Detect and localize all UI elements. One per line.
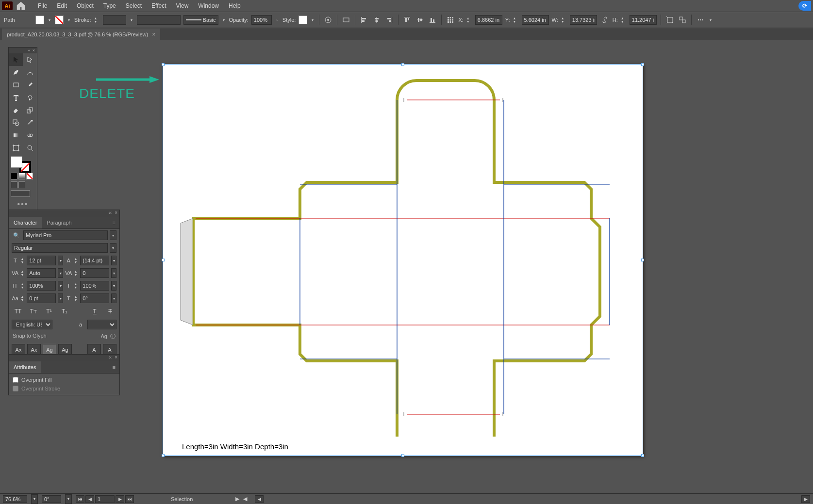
stroke-dropdown[interactable]: ▾ (66, 16, 71, 24)
zoom-tool[interactable] (23, 142, 37, 154)
w-input[interactable] (570, 15, 597, 25)
draw-behind-icon[interactable] (18, 181, 25, 188)
stroke-profile-dropdown[interactable]: ▾ (221, 16, 226, 24)
panel-menu-icon[interactable]: ≡ (109, 361, 119, 373)
paintbrush-tool[interactable] (23, 79, 37, 91)
align-hcenter-icon[interactable] (372, 15, 382, 25)
x-input[interactable] (475, 15, 502, 25)
type-tool[interactable] (9, 91, 23, 104)
artboard-tool[interactable] (9, 142, 23, 154)
blend-tool[interactable] (23, 129, 37, 142)
more-dropdown[interactable]: ▾ (708, 16, 713, 24)
brush-definition[interactable] (137, 15, 181, 25)
tab-paragraph[interactable]: Paragraph (42, 217, 76, 228)
curvature-tool[interactable] (23, 66, 37, 79)
hscroll-right-button[interactable]: ▶ (801, 495, 810, 503)
rotate-tool[interactable] (23, 91, 37, 104)
menu-effect[interactable]: Effect (147, 0, 171, 11)
cloud-sync-icon[interactable]: ⟳ (798, 1, 811, 11)
recolor-icon[interactable] (323, 15, 333, 25)
align-to-icon[interactable] (341, 15, 351, 25)
rotate-view-dropdown[interactable]: ▾ (65, 494, 72, 504)
close-icon[interactable]: × (115, 355, 117, 361)
status-nav-icon[interactable]: ▶ (235, 496, 239, 502)
zoom-dropdown[interactable]: ▾ (31, 494, 38, 504)
menu-window[interactable]: Window (193, 0, 224, 11)
edit-toolbar-icon[interactable]: ••• (9, 198, 37, 211)
leading-input[interactable] (80, 256, 109, 265)
stroke-weight-input[interactable] (103, 15, 126, 25)
x-spinner[interactable]: ▲▼ (466, 15, 472, 25)
align-right-icon[interactable] (384, 15, 394, 25)
screen-mode-icon[interactable] (11, 190, 30, 197)
stroke-weight-dropdown[interactable]: ▾ (129, 16, 134, 24)
more-icon[interactable] (696, 15, 705, 25)
prev-artboard-button[interactable]: ◀ (85, 495, 94, 503)
next-artboard-button[interactable]: ▶ (116, 495, 124, 503)
align-vcenter-icon[interactable] (415, 15, 425, 25)
style-dropdown[interactable]: ▾ (110, 243, 116, 253)
edit-contents-icon[interactable] (678, 15, 687, 25)
search-icon[interactable]: 🔍 (12, 231, 21, 240)
rotate-view-input[interactable] (42, 495, 61, 503)
language-select[interactable]: English: USA (12, 320, 52, 329)
draw-normal-icon[interactable] (11, 181, 17, 188)
y-spinner[interactable]: ▲▼ (513, 15, 519, 25)
close-icon[interactable]: × (152, 31, 155, 38)
direct-selection-tool[interactable] (23, 53, 37, 66)
fill-stroke-control[interactable] (9, 154, 37, 172)
link-wh-icon[interactable] (600, 15, 610, 25)
eyedropper-tool[interactable] (23, 116, 37, 129)
snap-info-icon[interactable]: ⓘ (110, 333, 116, 339)
shape-builder-tool[interactable] (9, 116, 23, 129)
h-spinner[interactable]: ▲▼ (621, 15, 627, 25)
hscale-input[interactable] (80, 281, 109, 291)
kerning-input[interactable] (27, 268, 56, 278)
h-input[interactable] (630, 15, 657, 25)
allcaps-button[interactable]: TT (13, 307, 23, 316)
vscale-input[interactable] (27, 281, 56, 291)
fill-dropdown[interactable]: ▾ (47, 16, 52, 24)
fill-swatch[interactable] (35, 16, 44, 24)
char-rotate-input[interactable] (80, 293, 109, 303)
subscript-button[interactable]: T₁ (59, 307, 70, 316)
underline-button[interactable]: T (89, 307, 100, 316)
w-spinner[interactable]: ▲▼ (561, 15, 567, 25)
menu-object[interactable]: Object (72, 0, 99, 11)
smallcaps-button[interactable]: Tᴛ (28, 307, 39, 316)
menu-edit[interactable]: Edit (52, 0, 72, 11)
style-dropdown[interactable]: ▾ (310, 16, 315, 24)
font-size-input[interactable] (27, 256, 56, 265)
superscript-button[interactable]: T¹ (44, 307, 54, 316)
menu-help[interactable]: Help (224, 0, 246, 11)
selection-tool[interactable] (9, 53, 23, 66)
scale-tool[interactable] (23, 104, 37, 116)
gradient-mode-icon[interactable] (18, 173, 25, 179)
tab-attributes[interactable]: Attributes (9, 361, 41, 373)
strikethrough-button[interactable]: T (105, 307, 116, 316)
rectangle-tool[interactable] (9, 79, 23, 91)
first-artboard-button[interactable]: ⏮ (76, 495, 84, 503)
panel-menu-icon[interactable]: ≡ (109, 217, 119, 228)
none-mode-icon[interactable] (26, 173, 33, 179)
zoom-input[interactable] (3, 495, 27, 503)
collapse-icon[interactable]: « (28, 48, 31, 53)
tab-character[interactable]: Character (9, 217, 42, 228)
document-tab[interactable]: product_A20.20.03.03_3_3_3.pdf @ 76.6 % … (2, 29, 160, 40)
last-artboard-button[interactable]: ⏭ (125, 495, 134, 503)
baseline-input[interactable] (27, 293, 56, 303)
close-icon[interactable]: × (115, 210, 117, 217)
stroke-weight-spinner[interactable]: ▲▼ (94, 15, 100, 25)
collapse-icon[interactable]: ‹‹ (108, 355, 112, 361)
dieline-artwork[interactable] (174, 78, 620, 437)
font-family-input[interactable] (23, 230, 108, 240)
close-icon[interactable]: × (33, 48, 35, 53)
artboard-number-input[interactable] (95, 495, 115, 503)
hscroll-left-button[interactable]: ◀ (255, 495, 264, 503)
menu-file[interactable]: File (33, 0, 52, 11)
collapse-icon[interactable]: ‹‹ (108, 210, 112, 217)
snap-glyph-icon[interactable]: Ag (100, 333, 107, 339)
eraser-tool[interactable] (9, 104, 23, 116)
status-nav-back-icon[interactable]: ◀ (243, 496, 247, 502)
menu-view[interactable]: View (171, 0, 194, 11)
